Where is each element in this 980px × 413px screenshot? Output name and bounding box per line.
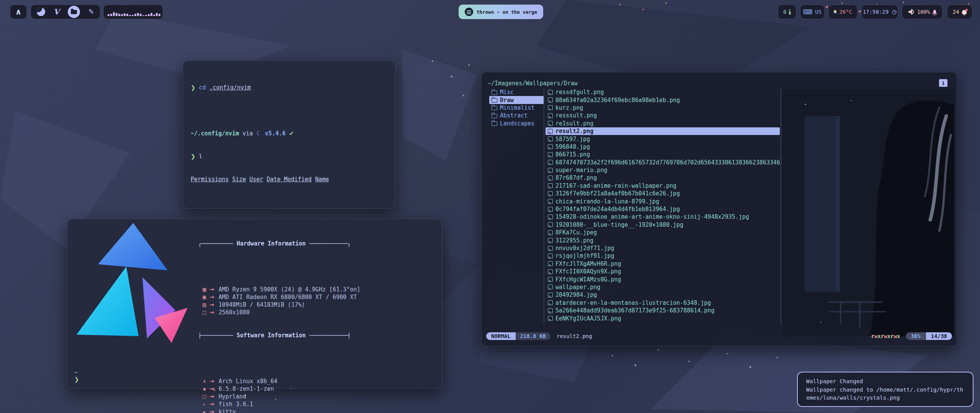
file-list-item[interactable]: resssult.png	[546, 112, 780, 119]
cpu-graph-widget[interactable]	[103, 5, 163, 19]
sw-icon: ◈	[199, 385, 209, 393]
terminal-command-line: ❯ cd .config/nvim	[191, 84, 395, 91]
breadcrumb-path: ~/Imagenes/Wallpapers/Draw	[488, 80, 578, 87]
system-info-window[interactable]: Hardware Information ▦→AMD Ryzen 9 5900X…	[67, 219, 442, 389]
graph-bar	[110, 14, 112, 16]
volume-widget[interactable]: 100%	[902, 5, 942, 19]
arrow-icon: →	[209, 293, 219, 301]
sw-icon: ▸	[199, 408, 209, 413]
file-manager-window[interactable]: ~/Imagenes/Wallpapers/Draw 1 MiscDrawMin…	[481, 72, 957, 346]
info-row: ▦→AMD Ryzen 9 5900X (24) @ 4.9GHz [61.3°…	[199, 286, 350, 293]
file-list-item[interactable]: 68747470733a2f2f696d616765732d7769786d70…	[546, 159, 780, 166]
file-list-item[interactable]: 5a266e448add93deab367d87173e9f25-6837886…	[546, 307, 780, 314]
image-file-icon	[548, 199, 553, 204]
status-bar: NORMAL 218.8 KB result2.png -rwxrwxrwx 3…	[486, 332, 952, 341]
cursor-position-badge: 14/38	[926, 332, 952, 340]
image-file-icon	[548, 261, 553, 266]
file-list-item[interactable]: 0c794faf07de24a4db4d4fb1eb813964.jpg	[546, 205, 780, 213]
image-file-icon	[548, 183, 553, 188]
speaker-icon	[908, 9, 914, 15]
sidebar-folder-item[interactable]: Abstract	[489, 112, 544, 119]
palette-dot	[309, 345, 314, 350]
shell-prompt[interactable]: ~ ❯	[74, 368, 79, 382]
image-file-icon	[548, 129, 553, 134]
file-list-item[interactable]: 08a634fa02a32364f69ebc86a98eb1eb.png	[546, 96, 780, 104]
file-list-item[interactable]: 19201080-__blue-tinge__-1920×1080.jpg	[546, 221, 780, 229]
file-list-item[interactable]: FXfcHgcWIAMzs0G.png	[546, 275, 780, 283]
file-list-item[interactable]: kurz.png	[546, 104, 780, 112]
folder-icon	[492, 106, 497, 110]
hw-icon: ▣	[199, 293, 209, 301]
info-row: □→980x413	[199, 309, 350, 316]
arrow-icon: →	[209, 301, 219, 309]
file-list-item[interactable]: rsjqojlmjhf91.jpg	[546, 252, 780, 260]
sidebar-folder-item[interactable]: Draw	[489, 96, 544, 104]
check-icon: ✔	[289, 130, 294, 137]
system-info-text: Hardware Information ▦→AMD Ryzen 9 5900X…	[199, 224, 350, 413]
notifications-widget[interactable]: 24	[947, 5, 972, 19]
file-list-item[interactable]: wallpaper.png	[546, 283, 780, 291]
app-launcher-button[interactable]: ∧	[10, 5, 27, 19]
file-list-item[interactable]: 3122955.png	[546, 236, 780, 244]
file-list-item[interactable]: 87r687df.png	[546, 174, 780, 182]
file-list-item[interactable]: 217167-sad-anime-rain-wallpaper.png	[546, 182, 780, 190]
clock-widget[interactable]: 17:50:29 ◷	[861, 5, 898, 19]
tab-badge[interactable]: 1	[939, 79, 947, 87]
file-list-item[interactable]: atardecer-en-la-montanas-ilustracion-634…	[546, 299, 780, 307]
file-list-item[interactable]: re1sult.png	[546, 120, 780, 127]
file-list-item[interactable]: FXfcII0X0AQyn9X.png	[546, 268, 780, 275]
lua-icon: ☾	[256, 130, 261, 137]
palette-dot	[243, 345, 248, 350]
hardware-section-header: Hardware Information	[199, 240, 350, 247]
taskbar-apps: V ✎	[31, 5, 100, 19]
notification-title: Wallpaper Changed	[806, 377, 964, 386]
file-list-item[interactable]: 596848.jpg	[546, 143, 780, 151]
palette-dot	[230, 345, 235, 350]
weather-widget[interactable]: 26°C	[828, 5, 858, 19]
desktop: ∧ V ✎ thrown - on the verge 0 ⌨ US 26°C …	[0, 0, 980, 413]
folder-icon	[492, 91, 497, 95]
graph-bar	[145, 15, 147, 16]
sidebar-folder-item[interactable]: Minimalist	[489, 104, 544, 112]
crystal-logo	[73, 221, 188, 344]
file-list-item[interactable]: 8FKa7Cu.jpeg	[546, 229, 780, 236]
file-list-item[interactable]: nnvuv0xj2df71.jpg	[546, 244, 780, 252]
file-list-item[interactable]: ressdfgult.png	[546, 88, 780, 96]
file-list-item[interactable]: FXfcJlTXgAMvH6R.png	[546, 260, 780, 268]
preview-pane	[782, 89, 954, 336]
folder-icon	[492, 122, 497, 126]
updates-widget[interactable]: 0	[778, 5, 796, 19]
image-file-icon	[548, 113, 553, 118]
graph-bar	[153, 15, 155, 16]
file-list-item[interactable]: 154928-odinokoe_anime-art-anime-okno-sin…	[546, 213, 780, 221]
music-player-widget[interactable]: thrown - on the verge	[459, 5, 543, 19]
graph-bar	[118, 14, 120, 16]
info-row: ▨→10948MiB / 64183MiB (17%)	[199, 301, 350, 309]
keyboard-icon: ⌨	[803, 9, 813, 15]
image-file-icon	[548, 215, 553, 220]
sidebar-folder-item[interactable]: Landscapes	[489, 120, 544, 127]
keyboard-layout-widget[interactable]: ⌨ US	[800, 5, 825, 19]
vim-icon[interactable]: V	[54, 7, 60, 16]
file-list-item[interactable]: super-mario.png	[546, 166, 780, 174]
notification-body: Wallpaper changed to /home/matt/.config/…	[806, 386, 964, 402]
firefox-icon[interactable]	[37, 8, 45, 16]
file-list-item[interactable]: EeNKYgIUcAAJ5JX.png	[546, 314, 780, 322]
image-file-icon	[548, 254, 553, 259]
sidebar-folder-item[interactable]: Misc	[489, 88, 544, 96]
paintbrush-icon[interactable]: ✎	[88, 8, 94, 15]
terminal-window[interactable]: ❯ cd .config/nvim ~/.config/nvim via ☾ v…	[183, 60, 395, 209]
file-list-item[interactable]: result2.png	[546, 127, 780, 135]
image-file-icon	[548, 121, 553, 126]
file-list-item[interactable]: 3126f7e9bbf21a8a4af0b67b041c6e26.jpg	[546, 190, 780, 197]
graph-bar	[148, 14, 150, 16]
file-list-item[interactable]: 20492984.jpg	[546, 291, 780, 299]
file-list-item[interactable]: 866715.png	[546, 151, 780, 158]
notification-popup[interactable]: Wallpaper Changed Wallpaper changed to /…	[797, 372, 973, 407]
file-list-item[interactable]: 587597.jpg	[546, 135, 780, 143]
file-manager-icon[interactable]	[68, 6, 80, 18]
arrow-icon: →	[209, 286, 219, 293]
image-file-icon	[548, 160, 553, 165]
selected-file-name: result2.png	[557, 333, 592, 339]
file-list-item[interactable]: chica-mirando-la-luna-8799.jpg	[546, 197, 780, 205]
